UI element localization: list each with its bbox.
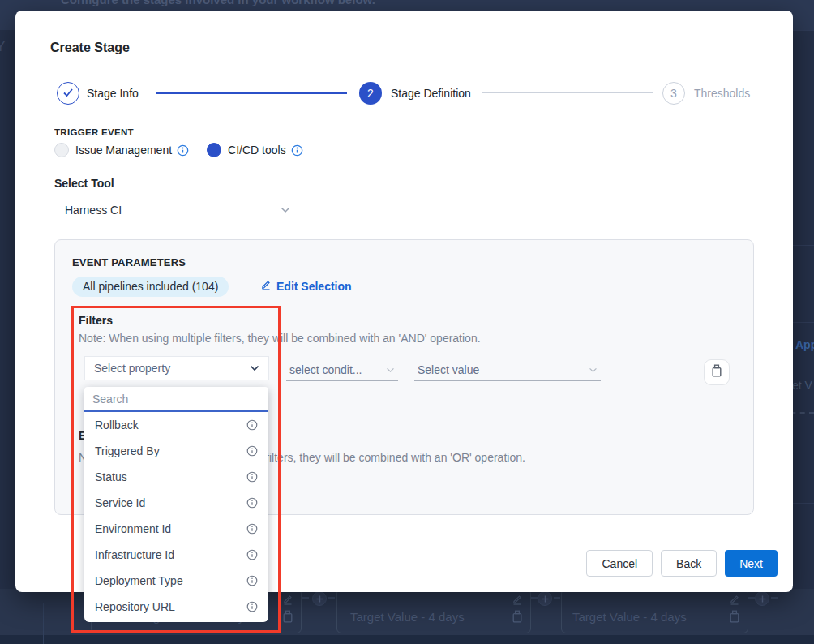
dropdown-option-rollback[interactable]: Rollback — [84, 412, 268, 438]
trash-icon — [282, 610, 293, 626]
plus-icon — [538, 591, 552, 606]
edit-selection-label: Edit Selection — [276, 280, 352, 293]
edit-selection-link[interactable]: Edit Selection — [260, 279, 352, 293]
radio-issue-management-label[interactable]: Issue Management — [75, 144, 172, 157]
info-icon[interactable] — [177, 144, 189, 157]
stepper-connector-active — [156, 92, 347, 94]
pipelines-included-badge: All pipelines included (104) — [72, 277, 229, 297]
trigger-event-options: Issue Management CI/CD tools — [54, 143, 321, 157]
tool-select[interactable]: Harness CI — [55, 200, 300, 221]
chevron-down-icon — [386, 367, 395, 373]
tool-select-value: Harness CI — [65, 204, 122, 217]
dropdown-option-label: Rollback — [95, 419, 139, 431]
info-icon[interactable] — [246, 471, 258, 483]
background-card-label: Target Value - 4 days — [572, 610, 687, 624]
background-divider — [793, 245, 814, 246]
background-dash — [531, 597, 538, 599]
property-dropdown: Rollback Triggered By Status Service Id … — [84, 387, 268, 622]
trash-icon — [711, 364, 722, 380]
filter-condition-placeholder: select condit... — [289, 363, 362, 376]
dropdown-option-label: Service Id — [95, 496, 145, 509]
dropdown-option-label: Environment Id — [95, 522, 171, 535]
background-card-label: Target Value - 4 days — [350, 610, 465, 624]
background-stage-card: Target Value - 4 days — [561, 589, 748, 633]
radio-issue-management[interactable] — [54, 143, 69, 157]
stepper-connector — [482, 92, 653, 93]
background-divider — [793, 148, 814, 148]
info-icon[interactable] — [246, 523, 258, 535]
dropdown-option-service-id[interactable]: Service Id — [84, 490, 268, 516]
plus-icon — [755, 591, 769, 606]
delete-filter-button[interactable] — [704, 359, 730, 385]
next-button[interactable]: Next — [725, 550, 778, 577]
background-left-text-fragment: Y — [0, 39, 5, 55]
filter-property-select[interactable]: Select property — [84, 356, 269, 380]
filter-value-placeholder: Select value — [418, 363, 479, 376]
background-right-text-fragment: Appr — [795, 338, 814, 351]
trigger-event-label: TRIGGER EVENT — [54, 127, 134, 137]
select-tool-label: Select Tool — [54, 177, 114, 190]
modal-footer: Cancel Back Next — [586, 550, 778, 577]
background-divider — [43, 603, 44, 644]
dropdown-option-triggered-by[interactable]: Triggered By — [84, 438, 268, 464]
background-dash — [554, 597, 560, 599]
edit-icon — [260, 279, 272, 293]
dropdown-option-deployment-type[interactable]: Deployment Type — [84, 568, 268, 594]
chevron-down-icon — [589, 367, 598, 373]
check-icon — [62, 87, 74, 100]
dropdown-option-repository-url[interactable]: Repository URL — [84, 594, 268, 620]
plus-icon — [312, 591, 327, 606]
modal-title: Create Stage — [50, 41, 130, 55]
background-divider — [793, 322, 814, 323]
info-icon[interactable] — [246, 601, 258, 612]
info-icon[interactable] — [291, 144, 303, 157]
dropdown-search[interactable] — [84, 387, 268, 412]
dropdown-option-label: Repository URL — [95, 600, 175, 613]
step-thresholds-indicator[interactable]: 3 — [662, 82, 685, 105]
step-stage-info-indicator[interactable] — [57, 82, 79, 105]
dropdown-option-environment-id[interactable]: Environment Id — [84, 516, 268, 542]
filter-property-placeholder: Select property — [94, 362, 170, 375]
background-dash — [302, 597, 309, 599]
event-parameters-title: EVENT PARAMETERS — [72, 256, 186, 268]
radio-cicd-tools-label[interactable]: CI/CD tools — [228, 144, 286, 157]
dropdown-option-label: Deployment Type — [95, 574, 183, 587]
filter-condition-select[interactable]: select condit... — [286, 359, 398, 381]
background-dash — [748, 597, 755, 599]
chevron-down-icon — [281, 207, 290, 213]
info-icon[interactable] — [246, 549, 258, 560]
edit-icon — [512, 594, 523, 608]
info-icon[interactable] — [246, 575, 258, 586]
filters-title: Filters — [79, 314, 113, 327]
background-dash — [328, 597, 335, 599]
dropdown-option-label: Status — [95, 470, 127, 483]
background-subtitle: Configure the stages involved in your wo… — [61, 0, 375, 6]
background-stage-card: Target Value - 4 days — [336, 589, 531, 633]
filters-note: Note: When using multiple filters, they … — [79, 332, 481, 345]
info-icon[interactable] — [246, 497, 258, 509]
dropdown-option-label: Triggered By — [95, 444, 160, 457]
cancel-button[interactable]: Cancel — [586, 550, 653, 577]
background-divider — [793, 503, 814, 504]
dropdown-option-label: Infrastructure Id — [95, 548, 174, 561]
dropdown-search-input[interactable] — [92, 393, 261, 406]
info-icon[interactable] — [246, 419, 258, 431]
trash-icon — [512, 610, 523, 626]
trash-icon — [729, 610, 740, 626]
edit-icon — [729, 594, 740, 608]
step-stage-definition-indicator[interactable]: 2 — [359, 82, 382, 105]
step-thresholds-label[interactable]: Thresholds — [694, 87, 750, 100]
step-stage-definition-label[interactable]: Stage Definition — [391, 87, 471, 100]
info-icon[interactable] — [246, 445, 258, 457]
dropdown-option-infrastructure-id[interactable]: Infrastructure Id — [84, 542, 268, 568]
background-bottom-band — [0, 635, 814, 644]
filter-value-select[interactable]: Select value — [414, 359, 601, 381]
background-right-text-fragment: et V — [792, 379, 812, 392]
background-dash — [771, 597, 778, 599]
edit-icon — [282, 594, 293, 608]
dropdown-option-status[interactable]: Status — [84, 464, 268, 490]
step-stage-info-label[interactable]: Stage Info — [87, 87, 139, 100]
back-button[interactable]: Back — [661, 550, 717, 577]
background-divider — [793, 30, 814, 31]
radio-cicd-tools[interactable] — [207, 143, 221, 157]
